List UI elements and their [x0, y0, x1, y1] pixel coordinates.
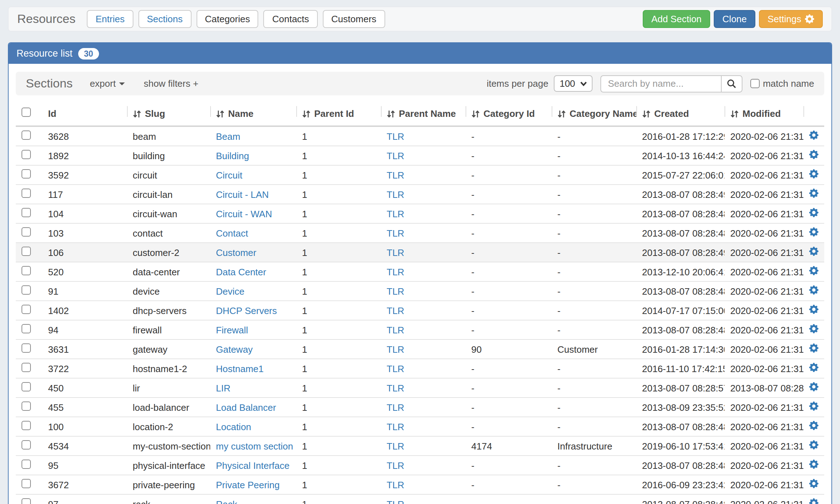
column-header-category_name[interactable]: Category Name: [552, 101, 636, 126]
settings-button[interactable]: Settings: [759, 10, 823, 28]
items-per-page-select[interactable]: 100: [554, 75, 593, 92]
parent-name-link[interactable]: TLR: [387, 344, 404, 355]
row-checkbox[interactable]: [22, 498, 31, 504]
row-checkbox[interactable]: [22, 208, 31, 217]
parent-name-link[interactable]: TLR: [387, 286, 404, 296]
parent-name-link[interactable]: TLR: [387, 382, 404, 393]
search-input[interactable]: [601, 75, 721, 92]
tab-categories[interactable]: Categories: [196, 10, 259, 28]
name-link[interactable]: DHCP Servers: [216, 305, 277, 316]
match-name-checkbox[interactable]: [751, 79, 760, 88]
name-link[interactable]: Rack: [216, 499, 237, 504]
row-settings-button[interactable]: [809, 479, 818, 488]
row-checkbox[interactable]: [22, 227, 31, 237]
row-checkbox[interactable]: [22, 305, 31, 314]
row-settings-button[interactable]: [809, 440, 818, 450]
name-link[interactable]: Private Peering: [216, 479, 280, 490]
column-header-category_id[interactable]: Category Id: [466, 101, 552, 126]
name-link[interactable]: Load Balancer: [216, 402, 276, 413]
parent-name-link[interactable]: TLR: [387, 170, 404, 180]
row-checkbox[interactable]: [22, 130, 31, 140]
row-checkbox[interactable]: [22, 421, 31, 430]
parent-name-link[interactable]: TLR: [387, 131, 404, 142]
row-settings-button[interactable]: [809, 343, 818, 353]
search-button[interactable]: [721, 75, 743, 92]
name-link[interactable]: LIR: [216, 382, 230, 393]
name-link[interactable]: Circuit - LAN: [216, 189, 269, 200]
clone-button[interactable]: Clone: [714, 10, 755, 28]
row-settings-button[interactable]: [809, 498, 818, 504]
row-checkbox[interactable]: [22, 285, 31, 295]
row-settings-button[interactable]: [809, 382, 818, 391]
row-settings-button[interactable]: [809, 421, 818, 430]
parent-name-link[interactable]: TLR: [387, 324, 404, 335]
row-settings-button[interactable]: [809, 208, 818, 217]
row-settings-button[interactable]: [809, 285, 818, 295]
row-settings-button[interactable]: [809, 227, 818, 237]
name-link[interactable]: Beam: [216, 131, 240, 142]
parent-name-link[interactable]: TLR: [387, 247, 404, 258]
column-header-created[interactable]: Created: [636, 101, 725, 126]
name-link[interactable]: Circuit: [216, 170, 242, 180]
column-header-slug[interactable]: Slug: [127, 101, 210, 126]
row-settings-button[interactable]: [809, 247, 818, 256]
parent-name-link[interactable]: TLR: [387, 363, 404, 374]
parent-name-link[interactable]: TLR: [387, 228, 404, 238]
parent-name-link[interactable]: TLR: [387, 305, 404, 316]
add-section-button[interactable]: Add Section: [643, 10, 710, 28]
parent-name-link[interactable]: TLR: [387, 150, 404, 161]
row-checkbox[interactable]: [22, 382, 31, 391]
tab-sections[interactable]: Sections: [138, 10, 191, 28]
row-settings-button[interactable]: [809, 401, 818, 411]
parent-name-link[interactable]: TLR: [387, 499, 404, 504]
name-link[interactable]: Hostname1: [216, 363, 264, 374]
row-settings-button[interactable]: [809, 169, 818, 179]
parent-name-link[interactable]: TLR: [387, 189, 404, 200]
select-all-checkbox[interactable]: [22, 108, 31, 117]
name-link[interactable]: Firewall: [216, 324, 248, 335]
row-checkbox[interactable]: [22, 324, 31, 333]
name-link[interactable]: Customer: [216, 247, 256, 258]
row-settings-button[interactable]: [809, 324, 818, 333]
row-checkbox[interactable]: [22, 169, 31, 179]
export-dropdown[interactable]: export: [90, 78, 125, 89]
parent-name-link[interactable]: TLR: [387, 208, 404, 219]
row-checkbox[interactable]: [22, 189, 31, 198]
row-checkbox[interactable]: [22, 343, 31, 353]
row-settings-button[interactable]: [809, 150, 818, 159]
name-link[interactable]: Physical Interface: [216, 460, 289, 471]
row-checkbox[interactable]: [22, 479, 31, 488]
row-checkbox[interactable]: [22, 363, 31, 372]
parent-name-link[interactable]: TLR: [387, 460, 404, 471]
column-header-parent_name[interactable]: Parent Name: [381, 101, 466, 126]
tab-contacts[interactable]: Contacts: [264, 10, 318, 28]
tab-customers[interactable]: Customers: [323, 10, 385, 28]
name-link[interactable]: Device: [216, 286, 245, 296]
column-header-parent_id[interactable]: Parent Id: [296, 101, 381, 126]
parent-name-link[interactable]: TLR: [387, 402, 404, 413]
row-checkbox[interactable]: [22, 247, 31, 256]
row-settings-button[interactable]: [809, 305, 818, 314]
row-settings-button[interactable]: [809, 363, 818, 372]
name-link[interactable]: my custom section: [216, 441, 293, 451]
show-filters-link[interactable]: show filters +: [144, 78, 198, 89]
name-link[interactable]: Location: [216, 421, 251, 432]
name-link[interactable]: Building: [216, 150, 249, 161]
parent-name-link[interactable]: TLR: [387, 479, 404, 490]
row-checkbox[interactable]: [22, 266, 31, 275]
tab-entries[interactable]: Entries: [87, 10, 133, 28]
row-settings-button[interactable]: [809, 460, 818, 469]
row-settings-button[interactable]: [809, 130, 818, 140]
row-settings-button[interactable]: [809, 266, 818, 275]
parent-name-link[interactable]: TLR: [387, 441, 404, 451]
column-header-name[interactable]: Name: [210, 101, 296, 126]
column-header-modified[interactable]: Modified: [725, 101, 803, 126]
row-checkbox[interactable]: [22, 440, 31, 450]
row-checkbox[interactable]: [22, 460, 31, 469]
name-link[interactable]: Data Center: [216, 266, 266, 277]
row-settings-button[interactable]: [809, 189, 818, 198]
row-checkbox[interactable]: [22, 150, 31, 159]
parent-name-link[interactable]: TLR: [387, 421, 404, 432]
name-link[interactable]: Contact: [216, 228, 248, 238]
name-link[interactable]: Circuit - WAN: [216, 208, 272, 219]
